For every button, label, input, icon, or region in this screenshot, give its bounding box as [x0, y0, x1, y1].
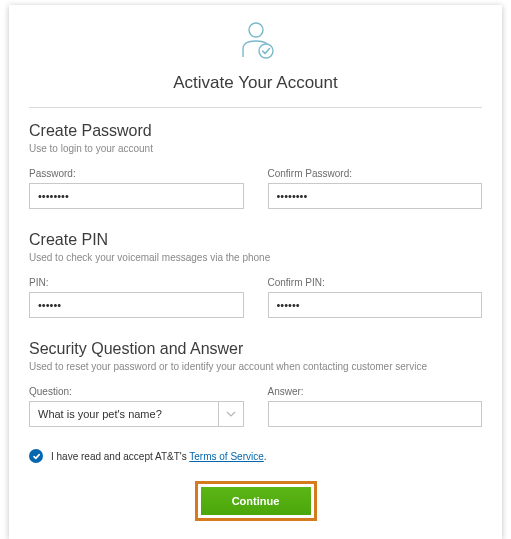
- pin-label: PIN:: [29, 277, 244, 288]
- section-title-pin: Create PIN: [29, 231, 482, 249]
- pin-input[interactable]: [29, 292, 244, 318]
- divider: [29, 107, 482, 108]
- section-title-security: Security Question and Answer: [29, 340, 482, 358]
- pin-row: PIN: Confirm PIN:: [29, 277, 482, 318]
- question-select[interactable]: What is your pet's name?: [29, 401, 244, 427]
- svg-point-1: [259, 44, 273, 58]
- continue-button[interactable]: Continue: [201, 487, 311, 515]
- section-sub-security: Used to reset your password or to identi…: [29, 361, 482, 372]
- answer-label: Answer:: [268, 386, 483, 397]
- confirm-password-label: Confirm Password:: [268, 168, 483, 179]
- confirm-pin-input[interactable]: [268, 292, 483, 318]
- tos-text: I have read and accept AT&T's Terms of S…: [51, 451, 267, 462]
- svg-point-0: [249, 23, 263, 37]
- question-select-value: What is your pet's name?: [29, 401, 244, 427]
- tos-suffix: .: [264, 451, 267, 462]
- confirm-pin-label: Confirm PIN:: [268, 277, 483, 288]
- answer-input[interactable]: [268, 401, 483, 427]
- confirm-password-input[interactable]: [268, 183, 483, 209]
- user-check-icon: [234, 19, 278, 63]
- activation-card: Activate Your Account Create Password Us…: [9, 5, 502, 539]
- tos-link[interactable]: Terms of Service: [189, 451, 263, 462]
- tos-prefix: I have read and accept AT&T's: [51, 451, 189, 462]
- password-row: Password: Confirm Password:: [29, 168, 482, 209]
- chevron-down-icon: [218, 401, 244, 427]
- checkmark-icon: [32, 447, 41, 465]
- continue-highlight: Continue: [195, 481, 317, 521]
- section-title-password: Create Password: [29, 122, 482, 140]
- security-row: Question: What is your pet's name? Answe…: [29, 386, 482, 427]
- password-input[interactable]: [29, 183, 244, 209]
- question-label: Question:: [29, 386, 244, 397]
- page-title: Activate Your Account: [29, 73, 482, 107]
- header-icon-wrap: [29, 15, 482, 73]
- tos-checkbox[interactable]: [29, 449, 43, 463]
- tos-row: I have read and accept AT&T's Terms of S…: [29, 449, 482, 463]
- section-sub-pin: Used to check your voicemail messages vi…: [29, 252, 482, 263]
- password-label: Password:: [29, 168, 244, 179]
- button-row: Continue: [29, 481, 482, 521]
- section-sub-password: Use to login to your account: [29, 143, 482, 154]
